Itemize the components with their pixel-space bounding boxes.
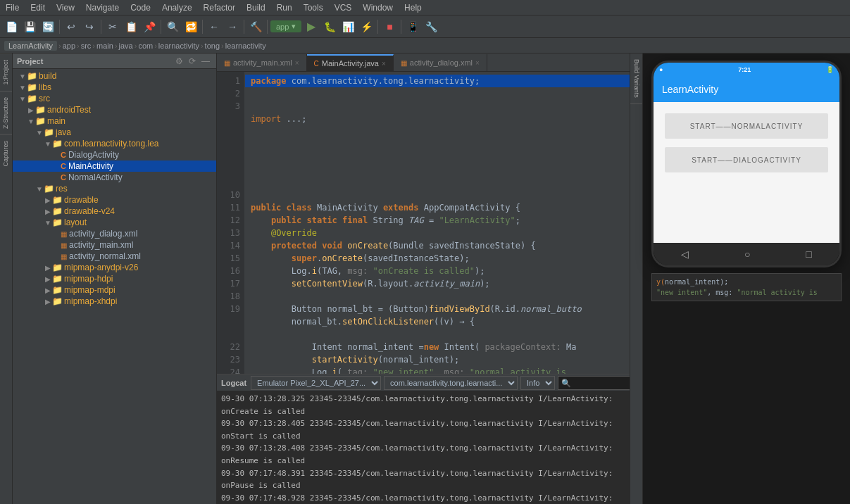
phone-back-nav[interactable]: ◁ <box>681 248 689 260</box>
debug-btn[interactable]: 🐛 <box>321 18 338 35</box>
copy-btn[interactable]: 📋 <box>123 18 139 35</box>
tree-item-normal-activity[interactable]: C NormalActivity <box>13 172 216 183</box>
paste-btn[interactable]: 📌 <box>141 18 158 35</box>
logcat-search-input[interactable] <box>558 376 630 390</box>
tree-item-drawable-v24[interactable]: ▶ 📁 drawable-v24 <box>13 206 216 217</box>
tree-item-mipmap-xhdpi[interactable]: ▶ 📁 mipmap-xhdpi <box>13 296 216 307</box>
panel-settings-btn[interactable]: ⚙ <box>173 56 185 67</box>
forward-btn[interactable]: → <box>224 18 241 35</box>
run-config-dropdown[interactable]: app ▾ <box>270 20 301 32</box>
close-tab-1[interactable]: × <box>295 59 299 67</box>
panel-collapse-btn[interactable]: — <box>199 56 212 67</box>
project-panel: Project ⚙ ⟳ — ▼ 📁 build ▼ 📁 libs <box>13 53 217 504</box>
side-tab-project[interactable]: 1:Project <box>0 53 12 91</box>
phone-recents-nav[interactable]: □ <box>806 248 811 260</box>
phone-btn-normal[interactable]: START——NORMALACTIVITY <box>665 113 828 139</box>
undo-btn[interactable]: ↩ <box>63 18 80 35</box>
menu-analyze[interactable]: Analyze <box>156 1 198 14</box>
search-btn[interactable]: 🔍 <box>164 18 181 35</box>
side-tab-captures[interactable]: Captures <box>0 134 12 172</box>
logcat-area: Logcat Emulator Pixel_2_XL_API_27... com… <box>217 374 630 504</box>
tree-item-libs[interactable]: ▼ 📁 libs <box>13 82 216 93</box>
breadcrumb-learnactivity2[interactable]: learnactivity <box>158 42 199 50</box>
coverage-btn[interactable]: 📊 <box>339 18 356 35</box>
tree-item-activity-normal[interactable]: ▦ activity_normal.xml <box>13 251 216 262</box>
side-tab-build-variants[interactable]: Build Variants <box>630 53 642 104</box>
breadcrumb-learnactivity[interactable]: LearnActivity <box>4 41 57 51</box>
menu-view[interactable]: View <box>51 1 80 14</box>
logcat-controls: Emulator Pixel_2_XL_API_27... com.learna… <box>251 372 630 393</box>
back-btn[interactable]: ← <box>206 18 223 35</box>
menu-refactor[interactable]: Refactor <box>198 1 241 14</box>
breadcrumb-learnactivity3[interactable]: learnactivity <box>225 42 266 50</box>
tree-item-layout[interactable]: ▼ 📁 layout <box>13 217 216 228</box>
breadcrumb-main[interactable]: main <box>96 42 113 50</box>
breadcrumb-java[interactable]: java <box>119 42 133 50</box>
save-btn[interactable]: 💾 <box>21 18 38 35</box>
label-normal-activity: NormalActivity <box>68 172 123 182</box>
stop-btn[interactable]: ■ <box>381 18 398 35</box>
breadcrumb-com[interactable]: com <box>138 42 153 50</box>
tree-item-dialog-activity[interactable]: C DialogActivity <box>13 149 216 160</box>
folder-icon-build: 📁 <box>27 71 37 81</box>
breadcrumb-app[interactable]: app <box>63 42 75 50</box>
logcat-package-select[interactable]: com.learnactivity.tong.learnacti... <box>384 376 518 390</box>
close-tab-3[interactable]: × <box>475 59 480 67</box>
menu-tools[interactable]: Tools <box>298 1 329 14</box>
menu-window[interactable]: Window <box>357 1 399 14</box>
menu-edit[interactable]: Edit <box>25 1 51 14</box>
logcat-content[interactable]: 09-30 07:13:28.325 23345-23345/com.learn… <box>217 391 630 504</box>
sync-btn[interactable]: 🔄 <box>39 18 56 35</box>
folder-icon-drawable-v24: 📁 <box>52 206 63 216</box>
phone-home-nav[interactable]: ○ <box>744 248 750 260</box>
tree-item-res[interactable]: ▼ 📁 res <box>13 183 216 194</box>
menu-run[interactable]: Run <box>271 1 298 14</box>
arrow-drawable: ▶ <box>44 196 52 204</box>
menu-file[interactable]: File <box>0 1 25 14</box>
breadcrumb-src[interactable]: src <box>81 42 92 50</box>
label-mipmap-anydpi: mipmap-anydpi-v26 <box>64 263 138 272</box>
menu-code[interactable]: Code <box>125 1 156 14</box>
tab-main-activity-java[interactable]: C MainActivity.java × <box>307 54 394 71</box>
phone-app-title: LearnActivity <box>662 84 718 95</box>
side-tab-structure[interactable]: Z-Structure <box>0 91 12 134</box>
tab-activity-main-xml[interactable]: ▦ activity_main.xml × <box>217 54 307 71</box>
tree-item-mipmap-hdpi[interactable]: ▶ 📁 mipmap-hdpi <box>13 273 216 284</box>
logcat-level-select[interactable]: Info <box>520 376 555 390</box>
redo-btn[interactable]: ↪ <box>81 18 98 35</box>
tree-item-com-package[interactable]: ▼ 📁 com.learnactivity.tong.lea <box>13 138 216 149</box>
panel-sync-btn[interactable]: ⟳ <box>187 56 198 67</box>
tree-item-java[interactable]: ▼ 📁 java <box>13 127 216 138</box>
logcat-device-select[interactable]: Emulator Pixel_2_XL_API_27... <box>251 376 381 390</box>
tree-item-mipmap-anydpi[interactable]: ▶ 📁 mipmap-anydpi-v26 <box>13 262 216 273</box>
menu-build[interactable]: Build <box>241 1 271 14</box>
build-btn[interactable]: 🔨 <box>247 18 264 35</box>
close-tab-2[interactable]: × <box>382 60 386 68</box>
tree-item-activity-main[interactable]: ▦ activity_main.xml <box>13 239 216 251</box>
cut-btn[interactable]: ✂ <box>104 18 121 35</box>
avd-btn[interactable]: 📱 <box>404 18 421 35</box>
run-btn[interactable]: ▶ <box>303 18 320 35</box>
new-file-btn[interactable]: 📄 <box>3 18 20 35</box>
sdk-btn[interactable]: 🔧 <box>423 18 439 35</box>
phone-btn-dialog[interactable]: START——DIALOGACTIVITY <box>665 147 828 172</box>
logcat-header: Logcat Emulator Pixel_2_XL_API_27... com… <box>217 374 630 391</box>
code-editor[interactable]: 1 2 3 10 11 12 13 14 15 16 1 <box>217 72 630 374</box>
tree-item-mipmap-mdpi[interactable]: ▶ 📁 mipmap-mdpi <box>13 284 216 296</box>
tree-item-build[interactable]: ▼ 📁 build <box>13 70 216 82</box>
label-main: main <box>47 116 65 126</box>
tree-item-androidtest[interactable]: ▶ 📁 androidTest <box>13 104 216 115</box>
tree-item-activity-dialog[interactable]: ▦ activity_dialog.xml <box>13 228 216 239</box>
menu-vcs[interactable]: VCS <box>329 1 358 14</box>
tree-item-main-activity[interactable]: C MainActivity <box>13 160 216 172</box>
tree-item-main[interactable]: ▼ 📁 main <box>13 115 216 127</box>
code-text[interactable]: package com.learnactivity.tong.learnacti… <box>245 72 630 374</box>
menu-help[interactable]: Help <box>399 1 427 14</box>
profile-btn[interactable]: ⚡ <box>358 18 375 35</box>
breadcrumb-tong[interactable]: tong <box>205 42 220 50</box>
menu-navigate[interactable]: Navigate <box>80 1 125 14</box>
replace-btn[interactable]: 🔁 <box>182 18 199 35</box>
tree-item-src[interactable]: ▼ 📁 src <box>13 93 216 104</box>
tab-activity-dialog-xml[interactable]: ▦ activity_dialog.xml × <box>394 54 487 71</box>
tree-item-drawable[interactable]: ▶ 📁 drawable <box>13 194 216 206</box>
